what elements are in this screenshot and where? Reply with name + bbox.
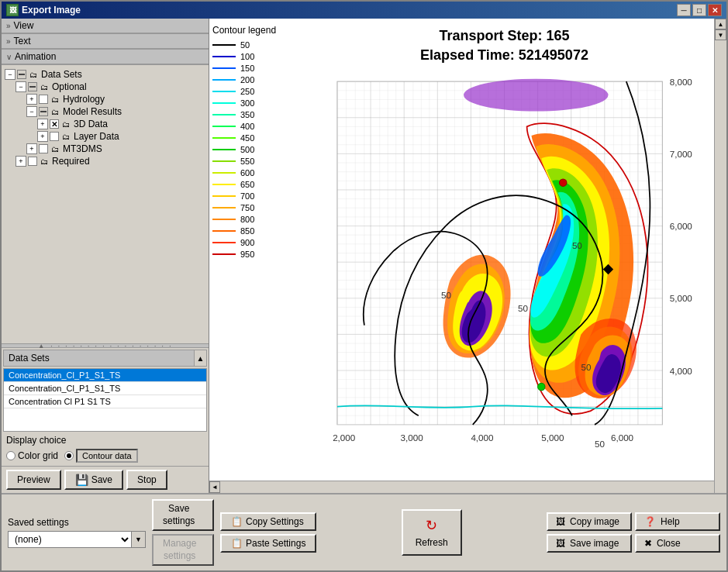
legend-line: [212, 219, 236, 220]
close-window-button[interactable]: ✕: [708, 4, 722, 16]
paste-settings-button[interactable]: 📋 Paste Settings: [220, 534, 316, 553]
expand-hydrology[interactable]: +: [26, 94, 37, 105]
tree-item-3d-data[interactable]: + ✕ 🗂 3D Data: [36, 118, 207, 130]
legend-title: Contour legend: [212, 25, 299, 36]
tree-item-hydrology[interactable]: + 🗂 Hydrology: [25, 93, 207, 105]
dropdown-arrow[interactable]: ▼: [132, 531, 146, 548]
stop-button[interactable]: Stop: [126, 470, 167, 490]
refresh-label: Refresh: [416, 537, 448, 548]
expand-required[interactable]: +: [16, 156, 26, 167]
legend-value: 850: [240, 226, 254, 236]
scroll-down-btn[interactable]: ▼: [715, 29, 726, 40]
copy-settings-button[interactable]: 📋 Copy Settings: [220, 512, 316, 531]
maximize-button[interactable]: □: [692, 4, 706, 16]
legend-line: [212, 160, 236, 162]
close-label: Close: [657, 538, 681, 549]
save-button[interactable]: 💾 Save: [64, 470, 123, 490]
copy-image-label: Copy image: [570, 516, 619, 527]
app-icon: 🖼: [6, 4, 19, 16]
tree-label-hydrology: Hydrology: [63, 94, 105, 105]
save-image-button[interactable]: 🖼 Save image: [547, 534, 632, 553]
help-icon: ❓: [644, 516, 656, 527]
legend-item: 550: [212, 157, 299, 166]
legend-item: 900: [212, 238, 299, 247]
save-settings-button[interactable]: Save settings: [152, 499, 214, 531]
cb-layer-data[interactable]: [50, 132, 59, 141]
legend-item: 350: [212, 110, 299, 119]
chart-area: Transport Step: 165 Elapsed Time: 521495…: [302, 19, 714, 481]
view-section-header[interactable]: » View: [2, 19, 209, 33]
chart-title: Transport Step: 165 Elapsed Time: 521495…: [310, 26, 699, 65]
contour-legend: Contour legend 50 100 150 200 250 300: [209, 19, 302, 481]
legend-item: 850: [212, 226, 299, 236]
contour-data-btn[interactable]: Contour data: [76, 449, 138, 463]
tree-item-data-sets[interactable]: − 🗂 Data Sets: [3, 68, 207, 81]
legend-item: 800: [212, 215, 299, 224]
copy-image-icon: 🖼: [556, 516, 565, 527]
dataset-item-1[interactable]: Concentration_Cl_P1_S1_TS: [4, 382, 206, 395]
legend-value: 650: [240, 180, 254, 189]
svg-text:50: 50: [441, 290, 451, 300]
expand-data-sets[interactable]: −: [5, 69, 16, 80]
radio-circle-color-grid: [6, 451, 16, 460]
text-section-header[interactable]: » Text: [2, 34, 209, 49]
dataset-item-2[interactable]: Concentration Cl P1 S1 TS: [4, 395, 206, 408]
minimize-button[interactable]: ─: [677, 4, 691, 16]
cb-model-results[interactable]: [39, 107, 48, 116]
scrollbar-vertical[interactable]: ▲ ▼: [714, 19, 726, 493]
expand-layer-data[interactable]: +: [37, 131, 48, 142]
copy-settings-label: Copy Settings: [246, 516, 304, 527]
expand-optional[interactable]: −: [16, 81, 26, 92]
legend-item: 500: [212, 145, 299, 154]
expand-3d-data[interactable]: +: [37, 119, 48, 129]
copy-image-button[interactable]: 🖼 Copy image: [547, 512, 632, 531]
text-label: Text: [14, 36, 31, 47]
folder-icon-required: 🗂: [39, 156, 50, 167]
animation-section: ∨ Animation: [2, 50, 209, 65]
chart-svg-container: 50 50 50 50 50: [310, 71, 699, 471]
saved-settings-select[interactable]: (none): [8, 531, 132, 548]
radio-color-grid[interactable]: Color grid: [6, 450, 58, 461]
close-button[interactable]: ✖ Close: [635, 534, 720, 553]
expand-mt3dms[interactable]: +: [26, 143, 37, 154]
tree-item-mt3dms[interactable]: + 🗂 MT3DMS: [25, 143, 207, 155]
legend-line: [212, 184, 236, 185]
radio-contour-data[interactable]: Contour data: [64, 449, 138, 463]
legend-line: [212, 102, 236, 104]
tree-item-required[interactable]: + 🗂 Required: [14, 155, 207, 167]
copy-settings-icon: 📋: [231, 516, 243, 527]
scroll-up-btn[interactable]: ▲: [715, 19, 726, 29]
legend-line: [212, 242, 236, 243]
data-sets-scroll-up[interactable]: ▲: [194, 350, 206, 366]
tree-item-optional[interactable]: − 🗂 Optional: [14, 81, 207, 93]
animation-section-header[interactable]: ∨ Animation: [2, 50, 209, 64]
cb-optional[interactable]: [28, 82, 37, 91]
help-button[interactable]: ❓ Help: [635, 512, 720, 531]
tree-label-3d-data: 3D Data: [74, 119, 108, 129]
dataset-item-0[interactable]: Concentration_Cl_P1_S1_TS: [4, 369, 206, 382]
expand-model-results[interactable]: −: [26, 106, 37, 117]
tree-item-layer-data[interactable]: + 🗂 Layer Data: [36, 130, 207, 143]
svg-text:6,000: 6,000: [670, 222, 693, 232]
save-image-icon: 🖼: [556, 538, 565, 549]
cb-3d-data[interactable]: ✕: [50, 119, 59, 129]
svg-text:4,000: 4,000: [471, 432, 494, 443]
cb-required[interactable]: [28, 157, 37, 166]
data-sets-panel: Data Sets ▲ Concentration_Cl_P1_S1_TS Co…: [2, 348, 209, 432]
refresh-button[interactable]: ↻ Refresh: [402, 509, 462, 556]
data-sets-title: Data Sets: [4, 351, 194, 365]
preview-button[interactable]: Preview: [6, 470, 61, 490]
radio-label-color-grid: Color grid: [18, 450, 58, 461]
legend-line: [212, 79, 236, 81]
legend-value: 950: [240, 250, 254, 259]
scrollbar-horizontal[interactable]: ◄ ►: [209, 481, 714, 493]
cb-mt3dms[interactable]: [39, 144, 48, 153]
svg-text:50: 50: [595, 439, 605, 449]
legend-line: [212, 44, 236, 46]
tree-item-model-results[interactable]: − 🗂 Model Results: [25, 105, 207, 118]
svg-text:7,000: 7,000: [670, 149, 693, 159]
cb-hydrology[interactable]: [39, 95, 48, 104]
cb-data-sets[interactable]: [17, 70, 26, 79]
legend-item: 650: [212, 180, 299, 189]
folder-icon-3d-data: 🗂: [60, 119, 71, 129]
